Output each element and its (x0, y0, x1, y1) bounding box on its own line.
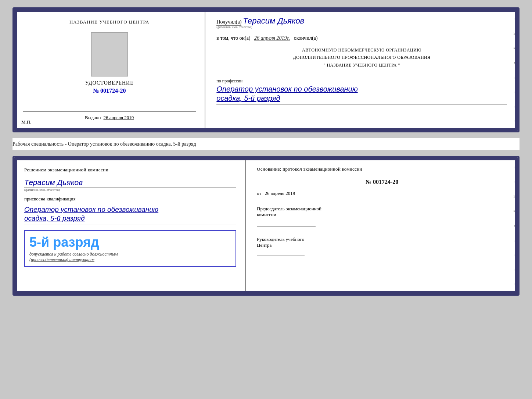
cert-left-panel: НАЗВАНИЕ УЧЕБНОГО ЦЕНТРА УДОСТОВЕРЕНИЕ №… (14, 9, 205, 131)
badge-rank-text: 5-й разряд (29, 235, 99, 250)
allowed-italic: работе согласно должностным (57, 252, 118, 257)
decision-text: Решением экзаменационной комиссии (24, 166, 236, 174)
allowed-text: допускается к работе согласно должностны… (29, 252, 118, 263)
mp-label: М.П. (21, 119, 31, 125)
photo-placeholder (91, 32, 128, 76)
protocol-date-value: 26 апреля 2019 (265, 190, 295, 196)
cert-right-panel: Получил(а) Терасим Дьяков (фамилия, имя,… (205, 9, 518, 131)
chairman-signature-line (257, 227, 316, 227)
date-from-prefix: от (257, 190, 261, 196)
org-line1: АВТОНОМНУЮ НЕКОММЕРЧЕСКУЮ ОРГАНИЗАЦИЮ (216, 46, 507, 54)
specialty-description: Рабочая специальность - Оператор установ… (12, 138, 520, 150)
allowed-prefix: допускается к (29, 252, 56, 257)
bottom-name-section: Терасим Дьяков (фамилия, имя, отчество) (24, 177, 236, 192)
top-certificate-card: НАЗВАНИЕ УЧЕБНОГО ЦЕНТРА УДОСТОВЕРЕНИЕ №… (12, 7, 520, 132)
chairman-label2: комиссии (257, 212, 507, 218)
date-suffix: окончил(а) (294, 35, 318, 41)
recipient-name: Терасим Дьяков (243, 16, 304, 25)
profession-section: по профессии Оператор установок по обезв… (216, 75, 507, 104)
bottom-name: Терасим Дьяков (24, 178, 236, 188)
org-line3: " НАЗВАНИЕ УЧЕБНОГО ЦЕНТРА " (216, 61, 507, 69)
assigned-text: присвоена квалификация (24, 196, 236, 202)
issued-line: Выдано 26 апреля 2019 (23, 111, 196, 121)
org-line2: ДОПОЛНИТЕЛЬНОГО ПРОФЕССИОНАЛЬНОГО ОБРАЗО… (216, 54, 507, 61)
protocol-number: № 001724-20 (257, 179, 507, 185)
center-name-top: НАЗВАНИЕ УЧЕБНОГО ЦЕНТРА (69, 19, 149, 25)
bottom-rank: осадка, 5-й разряд (24, 214, 236, 224)
cert-number: № 001724-20 (69, 88, 149, 94)
allowed-italic2: (производственным) инструкциям (29, 257, 94, 262)
cert-date-section: в том, что он(а) 26 апреля 2019г. окончи… (216, 35, 507, 41)
bottom-name-label: (фамилия, имя, отчество) (24, 188, 236, 192)
date-prefix: в том, что он(а) (216, 35, 250, 41)
date-value: 26 апреля 2019г. (254, 35, 290, 41)
head-signature-line (257, 256, 305, 256)
protocol-date: от 26 апреля 2019 (257, 190, 507, 196)
head-label1: Руководитель учебного (257, 236, 507, 242)
head-section: Руководитель учебного Центра (257, 236, 507, 256)
profession-value: Оператор установок по обезвоживанию (216, 84, 507, 94)
bottom-right-panel: Основание: протокол экзаменационной коми… (246, 157, 518, 294)
chairman-section: Председатель экзаменационной комиссии (257, 206, 507, 228)
bottom-certificate-card: Решением экзаменационной комиссии Тераси… (12, 156, 520, 296)
bottom-qualification: Оператор установок по обезвоживанию (24, 205, 236, 215)
rank-badge: 5-й разряд допускается к работе согласно… (24, 230, 236, 267)
bottom-qualification-section: Оператор установок по обезвоживанию осад… (24, 205, 236, 225)
head-label2: Центра (257, 242, 507, 248)
org-text-section: АВТОНОМНУЮ НЕКОММЕРЧЕСКУЮ ОРГАНИЗАЦИЮ ДО… (216, 46, 507, 69)
rank-value: осадка, 5-й разряд (216, 94, 507, 104)
side-decorations: – И а ← – – – – (511, 9, 517, 131)
chairman-label: Председатель экзаменационной (257, 206, 507, 212)
recipient-section: Получил(а) Терасим Дьяков (фамилия, имя,… (216, 16, 507, 29)
profession-label: по профессии (216, 78, 507, 84)
cert-title: УДОСТОВЕРЕНИЕ (69, 80, 149, 86)
bottom-side-decorations: – – И а ← – – – – (511, 157, 517, 294)
recipient-sublabel: (фамилия, имя, отчество) (216, 25, 507, 29)
bottom-left-panel: Решением экзаменационной комиссии Тераси… (14, 157, 246, 294)
basis-text: Основание: протокол экзаменационной коми… (257, 166, 507, 172)
